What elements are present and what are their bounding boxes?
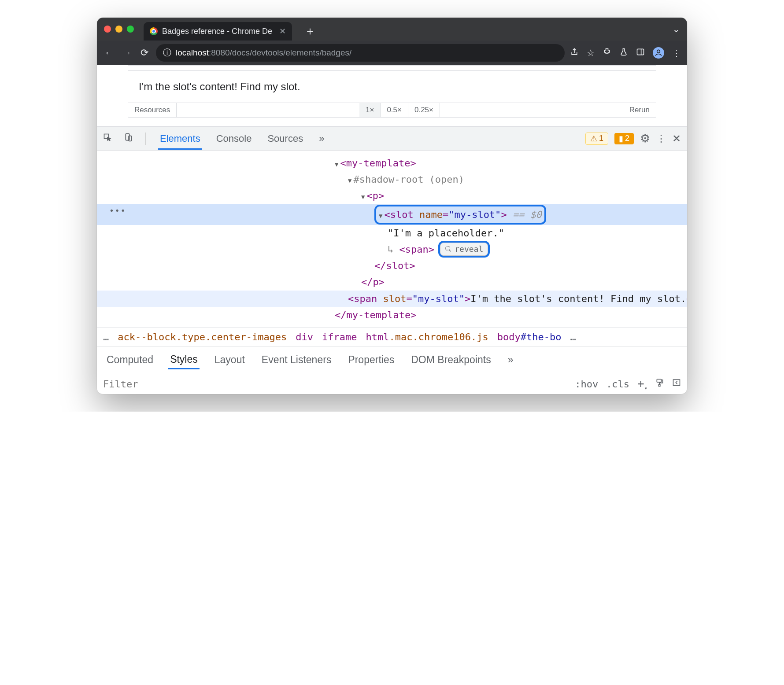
- rerun-button[interactable]: Rerun: [623, 103, 656, 117]
- tabs-menu-icon[interactable]: ⌄: [673, 24, 680, 34]
- extensions-icon[interactable]: [603, 48, 611, 59]
- address-bar: ← → ⟳ ⓘ localhost:8080/docs/devtools/ele…: [97, 41, 687, 65]
- tab-sources[interactable]: Sources: [266, 128, 305, 150]
- url-host: localhost: [176, 48, 209, 57]
- svg-rect-0: [637, 49, 644, 55]
- svg-point-1: [657, 50, 660, 53]
- device-icon[interactable]: [124, 133, 133, 144]
- subtab-layout[interactable]: Layout: [213, 351, 247, 368]
- subtab-computed[interactable]: Computed: [105, 351, 155, 368]
- settings-icon[interactable]: ⚙: [640, 132, 650, 145]
- resources-button[interactable]: Resources: [128, 103, 177, 117]
- svg-rect-8: [659, 385, 660, 387]
- elements-tree[interactable]: ▼<my-template> ▼#shadow-root (open) ▼<p>…: [97, 151, 687, 328]
- devtools-panel: Elements Console Sources » ⚠ 1 ▮ 2 ⚙ ⋮ ✕…: [97, 126, 687, 394]
- browser-tab[interactable]: Badges reference - Chrome De ✕: [144, 22, 292, 41]
- tab-elements[interactable]: Elements: [158, 128, 202, 150]
- cls-toggle[interactable]: .cls: [606, 379, 629, 390]
- labs-icon[interactable]: [619, 48, 628, 59]
- more-menu-icon[interactable]: ⋮: [656, 133, 666, 144]
- site-info-icon[interactable]: ⓘ: [163, 47, 171, 59]
- selected-node[interactable]: ▼<slot name="my-slot"> == $0: [97, 204, 687, 225]
- zoom-05x[interactable]: 0.5×: [381, 103, 408, 117]
- dom-breadcrumbs[interactable]: … ack--block.type.center-images div ifra…: [97, 328, 687, 346]
- styles-filter-bar: :hov .cls +▾: [97, 374, 687, 394]
- page-viewport: I'm the slot's content! Find my slot. Re…: [97, 65, 687, 126]
- zoom-1x[interactable]: 1×: [359, 103, 381, 117]
- window-controls: [104, 26, 134, 33]
- bookmark-icon[interactable]: ☆: [587, 48, 595, 58]
- subtab-styles[interactable]: Styles: [168, 351, 200, 369]
- share-icon[interactable]: [570, 48, 579, 59]
- svg-rect-9: [673, 380, 680, 386]
- forward-icon[interactable]: →: [121, 47, 133, 59]
- devtools-tabs: Elements Console Sources » ⚠ 1 ▮ 2 ⚙ ⋮ ✕: [97, 127, 687, 151]
- browser-window: Badges reference - Chrome De ✕ ＋ ⌄ ← → ⟳…: [97, 18, 687, 394]
- slot-content-text: I'm the slot's content! Find my slot.: [128, 71, 656, 103]
- subtabs-more[interactable]: »: [506, 351, 515, 368]
- inspect-icon[interactable]: [103, 133, 112, 144]
- demo-frame: I'm the slot's content! Find my slot. Re…: [128, 65, 656, 118]
- new-style-rule-icon[interactable]: +▾: [637, 377, 647, 391]
- subtab-dom-breakpoints[interactable]: DOM Breakpoints: [409, 351, 493, 368]
- close-window-icon[interactable]: [104, 26, 111, 33]
- svg-rect-7: [657, 379, 661, 383]
- toolbar-icons: ☆ ⋮: [570, 47, 681, 59]
- maximize-window-icon[interactable]: [127, 26, 134, 33]
- issues-badge[interactable]: ▮ 2: [614, 133, 634, 144]
- panel-icon[interactable]: [636, 48, 645, 59]
- close-devtools-icon[interactable]: ✕: [672, 133, 681, 145]
- chrome-icon: [150, 27, 158, 35]
- tab-console[interactable]: Console: [214, 128, 254, 150]
- tab-title: Badges reference - Chrome De: [162, 27, 272, 36]
- subtab-event-listeners[interactable]: Event Listeners: [260, 351, 333, 368]
- minimize-window-icon[interactable]: [115, 26, 122, 33]
- styles-subtabs: Computed Styles Layout Event Listeners P…: [97, 346, 687, 374]
- span-node[interactable]: <span slot="my-slot">I'm the slot's cont…: [97, 291, 687, 307]
- paint-icon[interactable]: [655, 378, 664, 390]
- titlebar: Badges reference - Chrome De ✕ ＋ ⌄: [97, 18, 687, 41]
- profile-avatar[interactable]: [653, 47, 664, 59]
- reveal-badge[interactable]: reveal: [440, 243, 488, 256]
- tab-close-icon[interactable]: ✕: [279, 26, 286, 36]
- tabs-more[interactable]: »: [317, 128, 326, 150]
- filter-input[interactable]: [103, 379, 567, 390]
- warnings-badge[interactable]: ⚠ 1: [585, 133, 608, 145]
- zoom-025x[interactable]: 0.25×: [408, 103, 440, 117]
- hover-toggle[interactable]: :hov: [575, 379, 598, 390]
- new-tab-button[interactable]: ＋: [304, 23, 316, 39]
- toggle-sidebar-icon[interactable]: [672, 378, 681, 390]
- menu-icon[interactable]: ⋮: [672, 48, 681, 58]
- back-icon[interactable]: ←: [103, 47, 115, 59]
- svg-rect-5: [446, 247, 449, 250]
- demo-controls: Resources 1× 0.5× 0.25× Rerun: [128, 103, 656, 117]
- url-input[interactable]: ⓘ localhost:8080/docs/devtools/elements/…: [156, 44, 565, 62]
- reload-icon[interactable]: ⟳: [138, 47, 151, 59]
- subtab-properties[interactable]: Properties: [346, 351, 396, 368]
